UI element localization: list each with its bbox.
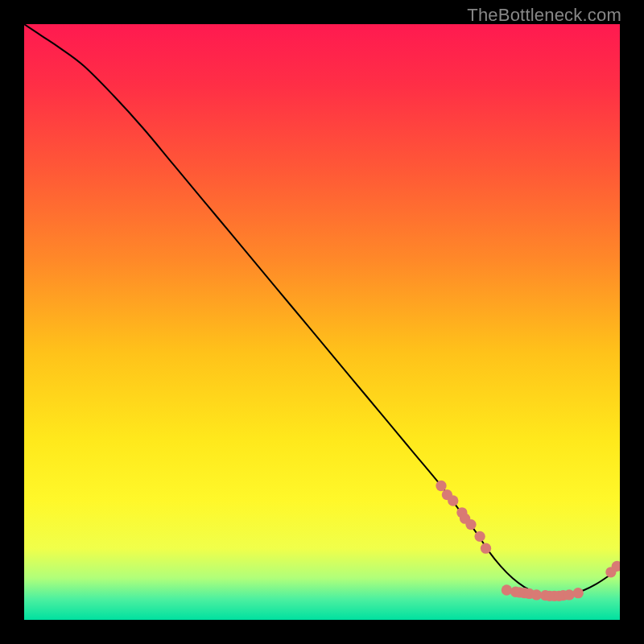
data-marker	[502, 584, 512, 595]
curve-line	[24, 24, 620, 597]
watermark-text: TheBottleneck.com	[467, 5, 621, 26]
data-marker	[448, 495, 458, 506]
data-marker	[436, 481, 446, 491]
chart-svg	[24, 24, 620, 620]
data-marker	[564, 589, 574, 600]
plot-area	[24, 24, 620, 620]
chart-container: TheBottleneck.com	[0, 0, 644, 644]
markers-group	[436, 481, 620, 601]
data-marker	[481, 543, 491, 554]
data-marker	[573, 588, 584, 598]
data-marker	[465, 519, 476, 530]
data-marker	[474, 531, 485, 542]
